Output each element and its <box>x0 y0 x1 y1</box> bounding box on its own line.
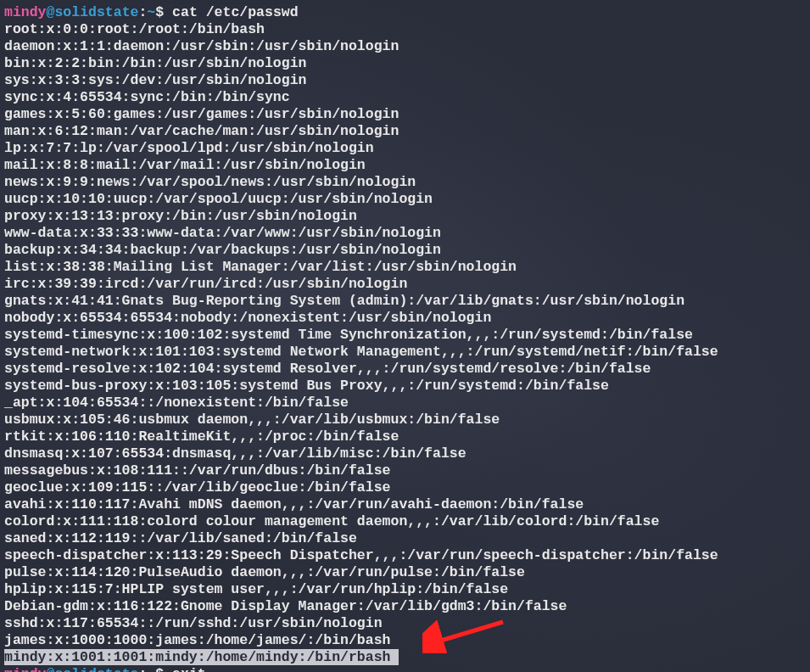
output-line: saned:x:112:119::/var/lib/saned:/bin/fal… <box>4 530 357 546</box>
output-line: james:x:1000:1000:james:/home/james/:/bi… <box>4 632 390 648</box>
output-line: list:x:38:38:Mailing List Manager:/var/l… <box>4 259 517 275</box>
prompt-line-1: mindy@solidstate:~$ cat /etc/passwd <box>4 4 299 20</box>
command-text: exit <box>172 666 206 672</box>
output-line: geoclue:x:109:115::/var/lib/geoclue:/bin… <box>4 479 390 496</box>
output-line: backup:x:34:34:backup:/var/backups:/usr/… <box>4 242 441 258</box>
output-line: www-data:x:33:33:www-data:/var/www:/usr/… <box>4 225 441 241</box>
output-line: systemd-network:x:101:103:systemd Networ… <box>4 344 718 360</box>
prompt-at: @ <box>47 4 55 20</box>
output-line: irc:x:39:39:ircd:/var/run/ircd:/usr/sbin… <box>4 276 407 292</box>
output-line: systemd-bus-proxy:x:103:105:systemd Bus … <box>4 378 609 394</box>
output-line: games:x:5:60:games:/usr/games:/usr/sbin/… <box>4 106 399 122</box>
output-line: man:x:6:12:man:/var/cache/man:/usr/sbin/… <box>4 123 399 139</box>
prompt-line-2: mindy@solidstate:~$ exit <box>4 666 206 672</box>
output-line: speech-dispatcher:x:113:29:Speech Dispat… <box>4 547 718 563</box>
prompt-colon: : <box>138 4 147 20</box>
terminal-output[interactable]: mindy@solidstate:~$ cat /etc/passwd root… <box>4 4 810 672</box>
output-line: sys:x:3:3:sys:/dev:/usr/sbin/nologin <box>4 72 306 88</box>
output-line: usbmux:x:105:46:usbmux daemon,,,:/var/li… <box>4 412 500 428</box>
prompt-colon: : <box>138 666 147 672</box>
highlighted-line: mindy:x:1001:1001:mindy:/home/mindy:/bin… <box>4 649 399 665</box>
output-line: sshd:x:117:65534::/run/sshd:/usr/sbin/no… <box>4 615 383 631</box>
prompt-path: ~ <box>147 666 155 672</box>
output-line: mail:x:8:8:mail:/var/mail:/usr/sbin/nolo… <box>4 157 366 173</box>
prompt-dollar: $ <box>155 4 172 20</box>
output-line: sync:x:4:65534:sync:/bin:/bin/sync <box>4 89 290 105</box>
output-line: uucp:x:10:10:uucp:/var/spool/uucp:/usr/s… <box>4 191 433 207</box>
output-line: news:x:9:9:news:/var/spool/news:/usr/sbi… <box>4 174 416 190</box>
prompt-path: ~ <box>147 4 155 20</box>
output-line: systemd-timesync:x:100:102:systemd Time … <box>4 327 693 343</box>
output-line: pulse:x:114:120:PulseAudio daemon,,,:/va… <box>4 564 525 580</box>
output-line: proxy:x:13:13:proxy:/bin:/usr/sbin/nolog… <box>4 208 357 224</box>
output-line: gnats:x:41:41:Gnats Bug-Reporting System… <box>4 293 684 309</box>
output-line: dnsmasq:x:107:65534:dnsmasq,,,:/var/lib/… <box>4 445 466 462</box>
prompt-host: solidstate <box>54 4 138 20</box>
output-line: bin:x:2:2:bin:/bin:/usr/sbin/nologin <box>4 55 306 71</box>
output-line: daemon:x:1:1:daemon:/usr/sbin:/usr/sbin/… <box>4 38 399 54</box>
output-line: systemd-resolve:x:102:104:systemd Resolv… <box>4 361 651 377</box>
output-line: hplip:x:115:7:HPLIP system user,,,:/var/… <box>4 581 508 597</box>
output-line: rtkit:x:106:110:RealtimeKit,,,:/proc:/bi… <box>4 428 399 445</box>
prompt-dollar: $ <box>155 666 172 672</box>
command-text: cat /etc/passwd <box>172 4 299 20</box>
output-line: messagebus:x:108:111::/var/run/dbus:/bin… <box>4 462 390 479</box>
prompt-at: @ <box>47 666 55 672</box>
prompt-user: mindy <box>4 4 47 20</box>
output-line: lp:x:7:7:lp:/var/spool/lpd:/usr/sbin/nol… <box>4 140 374 156</box>
output-line: nobody:x:65534:65534:nobody:/nonexistent… <box>4 310 491 326</box>
output-line: _apt:x:104:65534::/nonexistent:/bin/fals… <box>4 395 349 411</box>
prompt-host: solidstate <box>54 666 138 672</box>
output-line: colord:x:111:118:colord colour managemen… <box>4 513 659 529</box>
output-line: root:x:0:0:root:/root:/bin/bash <box>4 21 265 37</box>
output-line: Debian-gdm:x:116:122:Gnome Display Manag… <box>4 598 567 614</box>
prompt-user: mindy <box>4 666 47 672</box>
output-line: avahi:x:110:117:Avahi mDNS daemon,,,:/va… <box>4 496 584 512</box>
